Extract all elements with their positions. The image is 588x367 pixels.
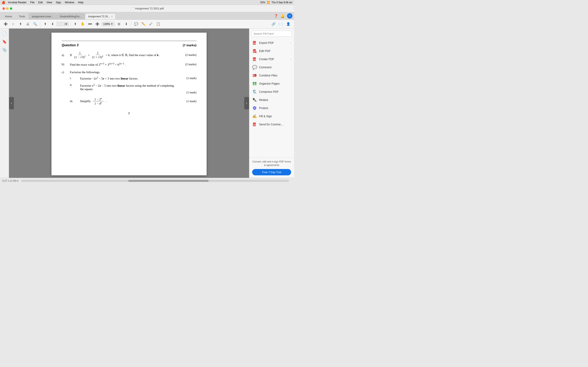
menu-acrobat[interactable]: Acrobat Reader (6, 0, 28, 4)
menu-file[interactable]: File (29, 0, 36, 4)
menu-window[interactable]: Window (63, 0, 76, 4)
part-a-equals: = k, where k ∈ ℝ, find the exact value o… (106, 53, 160, 57)
zoom-chevron-icon: ▼ (111, 23, 113, 25)
svg-text:PDF: PDF (253, 75, 255, 76)
part-a-plus: + (88, 53, 90, 57)
part-c-row: c) Factorise the followings. i. Factoris… (62, 71, 196, 105)
user-action-button[interactable]: 👤 (285, 21, 292, 27)
main-layout: 📄 🔖 📎 ‹ › Question 3 (7 marks) a) If 1 (0, 29, 294, 178)
minimize-window-button[interactable] (6, 7, 9, 10)
menu-view[interactable]: View (45, 0, 54, 4)
free-trial-button[interactable]: Free 7-Day Trial (252, 169, 291, 175)
pdf-prev-nav[interactable]: ‹ (9, 97, 14, 109)
fill-sign-label: Fill & Sign (259, 115, 291, 118)
sub-ii-spacer (80, 91, 176, 94)
send-comment-label: Send for Comme... (259, 123, 291, 126)
highlight-tool-button[interactable]: ✏️ (140, 21, 147, 27)
protect-tool[interactable]: Protect (249, 104, 294, 112)
tabbar: Home Tools assignment-cover... StudentWr… (0, 12, 294, 20)
pdf-area[interactable]: ‹ › Question 3 (7 marks) a) If 1 (1 − √3… (9, 29, 249, 178)
share-button[interactable]: ⬆ (17, 21, 24, 27)
search-button[interactable]: 🔍 (32, 21, 38, 27)
sidebar-bookmarks-icon[interactable]: 🔖 (1, 38, 8, 45)
zoom-selector[interactable]: 139% ▼ (102, 22, 115, 26)
comment-tool[interactable]: 💬 Comment (249, 63, 294, 71)
tab-close-button[interactable]: ✕ (111, 15, 113, 17)
pdf-next-nav[interactable]: › (244, 97, 249, 109)
sub-i-math: −2x2 − 5x + 3 (92, 77, 109, 80)
sidebar-annotations-icon[interactable]: 📎 (1, 47, 8, 53)
menubar: 🍎 Acrobat Reader File Edit View Sign Win… (0, 0, 294, 5)
svg-text:PDF: PDF (253, 59, 256, 60)
tab-assignment-cover[interactable]: assignment-cover... (29, 13, 56, 19)
next-page-button[interactable]: ⬇ (49, 21, 56, 27)
page-total-label: 8 (66, 22, 67, 25)
notification-icon[interactable]: 🔔 (281, 14, 285, 18)
part-b-period: . (125, 63, 126, 66)
sub-iii-frac-num: 1 − 2n (93, 97, 104, 101)
menu-help[interactable]: Help (76, 0, 85, 4)
maximize-window-button[interactable] (10, 7, 12, 10)
send-comment-tool[interactable]: PDF Send for Comme... (249, 120, 294, 128)
svg-text:✏: ✏ (255, 52, 257, 53)
fill-sign-tool[interactable]: ✍️ Fill & Sign (249, 112, 294, 120)
comment-tool-button[interactable]: 💬 (133, 21, 139, 27)
close-window-button[interactable] (2, 7, 5, 10)
zoom-out-button[interactable]: ➖ (87, 21, 93, 27)
window-controls[interactable] (2, 7, 12, 10)
sub-part-i-label: i. (70, 76, 80, 80)
link-button[interactable]: 🔗 (270, 21, 277, 27)
tab-assignment-t2[interactable]: Assignment T2 20... ✕ (85, 13, 116, 19)
combine-files-tool[interactable]: PDF Combine Files (249, 71, 294, 80)
prev-page-button[interactable]: ⬆ (42, 21, 48, 27)
email-button[interactable]: ✉️ (278, 21, 284, 27)
svg-rect-11 (253, 82, 254, 84)
sub-part-ii-content: Factorise x2 − 2x − 5 into two linear fa… (80, 83, 176, 91)
sub-part-iii-label: iii. (70, 100, 80, 103)
part-a-row: a) If 1 (1 − √3)2 + 1 (1 + √3)2 = k, whe… (62, 51, 196, 59)
toolbar-right-actions: 🔗 ✉️ 👤 (270, 21, 292, 27)
edit-pdf-tool[interactable]: PDF ✏ Edit PDF (249, 47, 294, 55)
sidebar-pages-icon[interactable]: 📄 (1, 30, 8, 37)
redact-tool[interactable]: ✒️ Redact (249, 96, 294, 104)
tab-tools[interactable]: Tools (16, 13, 28, 19)
tab-home[interactable]: Home (2, 13, 15, 19)
pdf-page-number: 2 (62, 111, 196, 115)
draw-tool-button[interactable]: 🖊 (148, 21, 154, 27)
page-number-input[interactable]: 2 (58, 22, 64, 25)
menu-sign[interactable]: Sign (54, 0, 63, 4)
right-bottom-promo: Convert, edit and e-sign PDF forms & agr… (249, 157, 294, 178)
organize-pages-tool[interactable]: Organize Pages (249, 80, 294, 88)
fit-page-button[interactable]: ⊞ (116, 21, 122, 27)
stamp-tool-button[interactable]: 📋 (155, 21, 162, 27)
add-button[interactable]: ➕ (2, 21, 9, 27)
sub-part-i-row: i. Factorise −2x2 − 5x + 3 into two line… (62, 76, 196, 80)
horizontal-scrollbar[interactable] (21, 180, 289, 182)
compress-pdf-tool[interactable]: 🗜️ Compress PDF (249, 88, 294, 96)
tab-label-t2: Assignment T2 20... (88, 15, 110, 18)
apple-logo-icon[interactable]: 🍎 (2, 1, 5, 4)
svg-rect-14 (255, 84, 256, 85)
svg-text:PDF: PDF (253, 124, 256, 125)
zoom-in-button[interactable]: ➕ (94, 21, 101, 27)
help-icon[interactable]: ❓ (274, 14, 278, 18)
scroll-mode-button[interactable]: ⬇ (123, 21, 130, 27)
compress-pdf-icon: 🗜️ (252, 89, 257, 94)
tab-student-writing[interactable]: StudentWritingGui... (57, 13, 85, 19)
export-pdf-tool[interactable]: PDF Export PDF › (249, 39, 294, 47)
organize-pages-label: Organize Pages (259, 82, 291, 85)
toolbar-separator-2 (70, 22, 70, 26)
print-button[interactable]: 🖨 (25, 21, 31, 27)
create-pdf-tool[interactable]: PDF Create PDF › (249, 55, 294, 63)
select-tool-button[interactable]: ⬆ (72, 21, 79, 27)
user-avatar[interactable]: U (287, 13, 292, 18)
fill-form-search-input[interactable] (251, 31, 292, 37)
tab-label-writing: StudentWritingGui... (60, 15, 81, 18)
combine-files-label: Combine Files (259, 74, 291, 77)
menu-edit[interactable]: Edit (36, 0, 44, 4)
export-pdf-label: Export PDF (259, 41, 288, 44)
edit-pdf-icon: PDF ✏ (252, 49, 257, 53)
statusbar: 8.27 x 11.69 in (0, 178, 294, 184)
hand-tool-button[interactable]: ✋ (79, 21, 86, 27)
bookmark-button[interactable]: ☆ (10, 21, 16, 27)
